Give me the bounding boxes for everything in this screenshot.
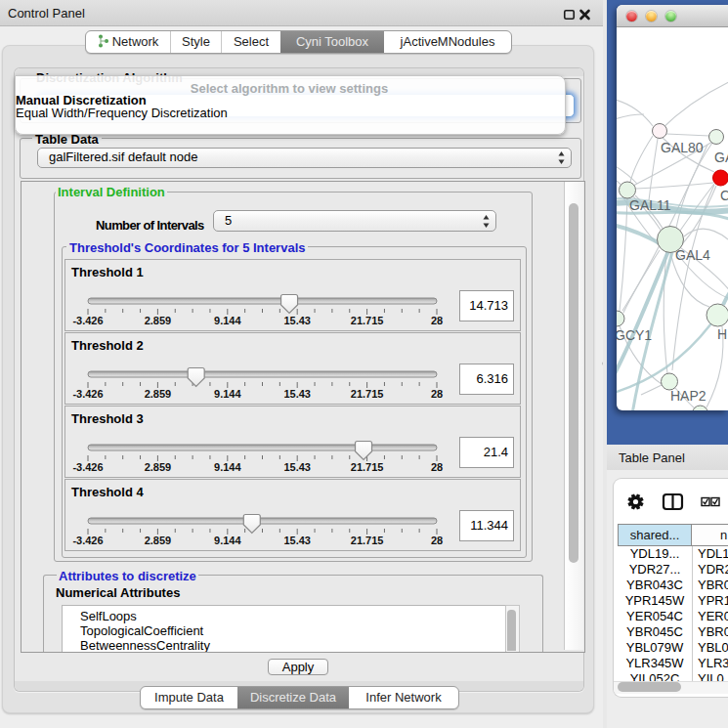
svg-text:GAL11: GAL11 <box>629 197 671 213</box>
svg-text:GAL4: GAL4 <box>675 247 710 263</box>
svg-text:HAP2: HAP2 <box>670 388 707 404</box>
svg-text:GAL80: GAL80 <box>661 140 704 155</box>
svg-text:C: C <box>720 188 728 203</box>
svg-text:GCY1: GCY1 <box>617 327 652 343</box>
svg-text:GA: GA <box>714 150 728 165</box>
svg-text:H: H <box>717 326 727 342</box>
